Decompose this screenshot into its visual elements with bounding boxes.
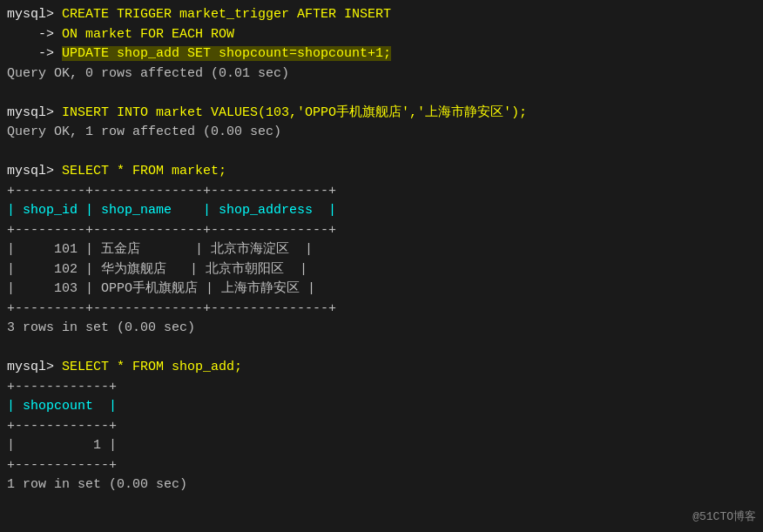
shop-header: | shopcount | — [7, 397, 756, 417]
line-shop-select: mysql> SELECT * FROM shop_add; — [7, 358, 756, 378]
watermark: @51CTO博客 — [692, 508, 756, 526]
cmd-7: SELECT * FROM market; — [62, 164, 226, 178]
shop-rowcount: 1 row in set (0.00 sec) — [7, 475, 756, 495]
market-row-3: | 103 | OPPO手机旗舰店 | 上海市静安区 | — [7, 279, 756, 300]
arrow-2: -> — [7, 27, 62, 42]
cmd-shop: SELECT * FROM shop_add; — [62, 360, 242, 374]
line-6: Query OK, 1 row affected (0.00 sec) — [7, 123, 756, 143]
blank-1 — [7, 84, 756, 104]
shop-row-1: | 1 | — [7, 436, 756, 456]
line-5: mysql> INSERT INTO market VALUES(103,'OP… — [7, 104, 756, 124]
market-border-top: +---------+--------------+--------------… — [7, 182, 756, 202]
line-7: mysql> SELECT * FROM market; — [7, 162, 756, 182]
market-row-1: | 101 | 五金店 | 北京市海淀区 | — [7, 240, 756, 260]
blank-3 — [7, 339, 756, 359]
shop-border-bot: +------------+ — [7, 456, 756, 476]
prompt-7: mysql> — [7, 164, 62, 178]
prompt-shop: mysql> — [7, 360, 62, 374]
shop-border-mid: +------------+ — [7, 417, 756, 437]
market-header: | shop_id | shop_name | shop_address | — [7, 201, 756, 221]
market-row-2: | 102 | 华为旗舰店 | 北京市朝阳区 | — [7, 260, 756, 280]
line-2: -> ON market FOR EACH ROW — [7, 25, 756, 45]
cmd-1: CREATE TRIGGER market_trigger AFTER INSE… — [62, 7, 391, 22]
cmd-2: ON market FOR EACH ROW — [62, 27, 234, 42]
market-border-bot: +---------+--------------+--------------… — [7, 300, 756, 320]
line-1: mysql> CREATE TRIGGER market_trigger AFT… — [7, 5, 756, 25]
prompt-5: mysql> — [7, 105, 62, 120]
blank-2 — [7, 143, 756, 163]
market-border-mid: +---------+--------------+--------------… — [7, 221, 756, 241]
cmd-5: INSERT INTO market VALUES(103,'OPPO手机旗舰店… — [62, 105, 527, 120]
prompt-1: mysql> — [7, 7, 62, 22]
shop-border-top: +------------+ — [7, 378, 756, 398]
market-rowcount: 3 rows in set (0.00 sec) — [7, 319, 756, 339]
line-4: Query OK, 0 rows affected (0.01 sec) — [7, 64, 756, 84]
line-3: -> UPDATE shop_add SET shopcount=shopcou… — [7, 44, 756, 64]
arrow-3: -> — [7, 46, 62, 61]
cmd-3-highlight: UPDATE shop_add SET shopcount=shopcount+… — [62, 46, 391, 61]
terminal-window: mysql> CREATE TRIGGER market_trigger AFT… — [0, 0, 763, 532]
